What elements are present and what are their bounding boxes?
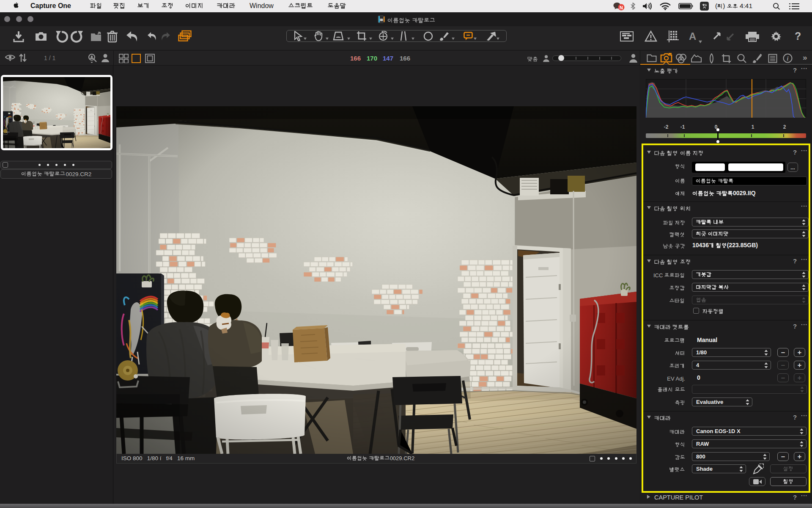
svg-text:N: N	[620, 5, 623, 10]
